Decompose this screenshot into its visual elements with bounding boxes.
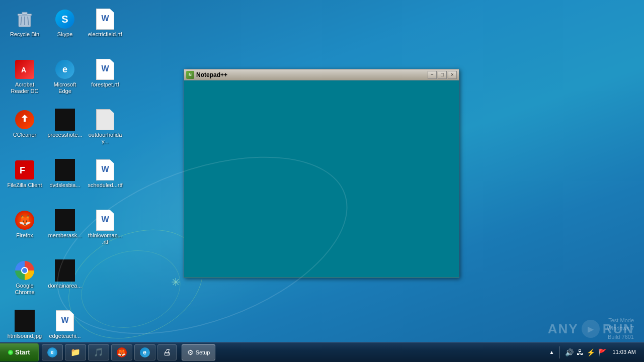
desktop-icon-outdoorholiday[interactable]: outdoorholiday... [86, 106, 125, 156]
recycle-bin-icon [15, 9, 35, 29]
action-center-icon[interactable]: 🚩 [598, 348, 607, 356]
taskbar-folder-button[interactable]: 📁 [65, 344, 86, 360]
scheduled-icon [95, 160, 115, 180]
chrome-label: Google Chrome [7, 283, 42, 296]
tray-separator [559, 346, 560, 358]
domainarea-icon [55, 260, 75, 281]
desktop-icon-dvdslesbia[interactable]: dvdslesbia... [45, 156, 85, 206]
thinkwoman-icon [95, 210, 115, 230]
forestpet-icon [95, 59, 115, 79]
acrobat-icon: A [15, 59, 35, 79]
start-button[interactable]: Start [0, 343, 39, 361]
desktop-icon-edge[interactable]: e Microsoft Edge [45, 55, 85, 106]
forestpet-label: forestpet.rtf [91, 81, 119, 88]
minimize-button[interactable]: − [428, 71, 437, 79]
desktop-icon-thinkwoman[interactable]: thinkwoman....rtf [86, 206, 125, 256]
tray-icons: ▲ 🔊 🖧 ⚡ 🚩 [549, 346, 607, 358]
notepad-content-area[interactable] [184, 80, 459, 278]
acrobat-label: Acrobat Reader DC [7, 81, 42, 95]
desktop-icon-skype[interactable]: S Skype [45, 5, 85, 55]
notepad-window[interactable]: N Notepad++ − □ × [184, 69, 459, 278]
taskbar-print-button[interactable]: 🖨 [157, 344, 177, 360]
setup-icon: ⚙ [187, 348, 194, 356]
thinkwoman-label: thinkwoman....rtf [88, 232, 123, 245]
svg-text:A: A [21, 66, 26, 74]
edgeteachi-icon [55, 311, 75, 331]
htmlsound-label: htmlsound.jpg [8, 333, 42, 339]
media-icon: 🎵 [94, 347, 104, 357]
desktop-icon-acrobat[interactable]: A Acrobat Reader DC [5, 55, 44, 106]
window-controls: − □ × [428, 71, 457, 79]
cccleaner-icon [15, 110, 35, 130]
domainarea-label: domainarea... [48, 283, 82, 289]
outdoorholiday-label: outdoorholiday... [88, 132, 123, 145]
anyrun-play-icon: ▶ [588, 324, 594, 334]
clock-time: 11:03 AM [613, 348, 636, 356]
desktop-icon-cccleaner[interactable]: CCleaner [5, 106, 44, 156]
notepad-app-icon: N [186, 71, 194, 79]
dvdslesbia-label: dvdslesbia... [49, 182, 80, 189]
taskbar-media-button[interactable]: 🎵 [88, 344, 109, 360]
edge-taskbar-icon: e [140, 347, 150, 357]
clock[interactable]: 11:03 AM [609, 348, 640, 356]
print-icon: 🖨 [163, 348, 171, 357]
close-button[interactable]: × [448, 71, 457, 79]
desktop-icon-processhote[interactable]: processhote... [45, 106, 85, 156]
desktop-icon-forestpet[interactable]: forestpet.rtf [86, 55, 125, 106]
outdoorholiday-icon [95, 110, 115, 130]
star-decoration: ✳ [171, 276, 180, 289]
desktop-icon-scheduled[interactable]: scheduled...rtf [86, 156, 125, 206]
swirl-decoration-2 [72, 240, 189, 339]
desktop: ✳ Recycle Bin S Skype [0, 0, 644, 362]
dvdslesbia-icon [55, 160, 75, 180]
system-tray: ▲ 🔊 🖧 ⚡ 🚩 11:03 AM [545, 342, 644, 362]
taskbar-ie-button[interactable]: e [42, 344, 63, 360]
chrome-icon [15, 260, 35, 281]
filezilla-label: FileZilla Client [7, 182, 42, 189]
svg-text:F: F [20, 165, 25, 175]
edgeteachi-label: edgeteachi... [49, 333, 81, 339]
maximize-button[interactable]: □ [438, 71, 447, 79]
scheduled-label: scheduled...rtf [88, 182, 122, 189]
processhote-label: processhote... [47, 132, 82, 138]
notepad-title: Notepad++ [196, 71, 428, 78]
test-mode-line3: Build 7601 [607, 333, 634, 341]
desktop-icon-memberask[interactable]: memberask... [45, 206, 85, 256]
firefox-taskbar-icon: 🦊 [117, 347, 127, 357]
desktop-icon-domainarea[interactable]: domainarea... [45, 256, 85, 307]
taskbar: Start e 📁 🎵 🦊 e 🖨 [0, 342, 644, 362]
edge-icon: e [55, 59, 75, 79]
memberask-label: memberask... [48, 232, 82, 239]
firefox-icon: 🦊 [15, 210, 35, 230]
edge-label: Microsoft Edge [47, 81, 83, 95]
recycle-bin-label: Recycle Bin [10, 31, 39, 38]
notepad-titlebar[interactable]: N Notepad++ − □ × [184, 69, 459, 80]
desktop-icon-electricfield[interactable]: electricfield.rtf [86, 5, 125, 55]
taskbar-firefox-button[interactable]: 🦊 [111, 344, 132, 360]
firefox-label: Firefox [16, 232, 33, 239]
desktop-icon-recycle-bin[interactable]: Recycle Bin [5, 5, 44, 55]
desktop-icon-filezilla[interactable]: F FileZilla Client [5, 156, 44, 206]
setup-label: Setup [196, 349, 210, 355]
anyrun-brand-text: ANY [548, 321, 579, 337]
test-mode-badge: Test Mode Windows 7 Build 7601 [607, 316, 634, 341]
electricfield-label: electricfield.rtf [88, 31, 122, 38]
svg-rect-2 [22, 12, 27, 14]
ie-icon: e [47, 347, 57, 357]
network-icon[interactable]: 🖧 [577, 348, 584, 356]
filezilla-icon: F [15, 160, 35, 180]
electricfield-icon [95, 9, 115, 29]
processhote-icon [55, 110, 75, 130]
desktop-icon-chrome[interactable]: Google Chrome [5, 256, 44, 307]
memberask-icon [55, 210, 75, 230]
tray-show-hidden[interactable]: ▲ [549, 349, 554, 355]
battery-icon[interactable]: ⚡ [587, 348, 595, 356]
cccleaner-label: CCleaner [13, 132, 36, 138]
taskbar-setup-item[interactable]: ⚙ Setup [182, 344, 216, 360]
sound-icon[interactable]: 🔊 [565, 348, 574, 356]
taskbar-edge-button[interactable]: e [134, 344, 155, 360]
folder-icon: 📁 [70, 347, 80, 357]
test-mode-line2: Windows 7 [607, 324, 634, 333]
start-label: Start [15, 348, 30, 356]
desktop-icon-firefox[interactable]: 🦊 Firefox [5, 206, 44, 256]
